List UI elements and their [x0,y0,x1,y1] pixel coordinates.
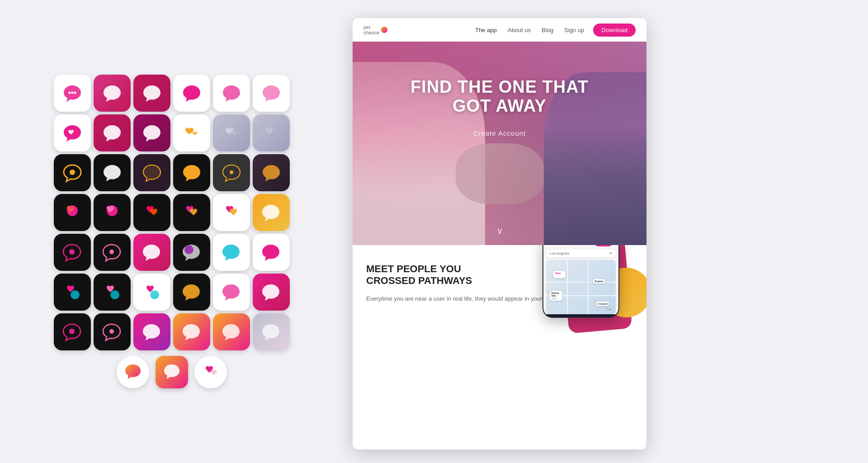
map-pin-rolling-hills: Rolling Hills states [550,291,562,301]
site-nav-links: The app About us Blog Sign up [475,27,584,33]
app-icon-grid [54,75,290,388]
phone-mockup: 2 days ago Yesterday Today Los Angeles ☀ [542,245,619,318]
phone-location-text: Los Angeles [550,251,570,255]
app-icon[interactable] [173,274,210,311]
svg-point-1 [71,92,74,94]
app-icon[interactable] [94,75,131,112]
app-icon[interactable] [94,274,131,311]
phone-location-bar: Los Angeles ☀ [546,250,616,257]
standalone-icon-3[interactable] [194,356,227,388]
app-icon[interactable] [213,313,250,350]
nav-link-blog[interactable]: Blog [542,27,553,33]
icon-grid-panel [0,0,344,463]
phone-location-icon: ☀ [609,251,612,255]
app-icon[interactable] [253,114,290,151]
app-icon[interactable] [253,234,290,271]
map-pin-sophie: Sophie [593,279,605,283]
app-icon[interactable] [213,194,250,231]
app-icon[interactable] [133,114,170,151]
svg-point-12 [150,290,159,299]
icon-row-4 [54,194,290,231]
phone-tab-2days[interactable]: 2 days ago [547,245,570,246]
logo-dot-icon [381,27,387,33]
site-below-fold: MEET PEOPLE YOU CROSSED PATHWAYS Everyti… [353,245,646,449]
app-icon[interactable] [213,114,250,151]
app-icon[interactable] [173,154,210,191]
map-road [567,260,568,314]
nav-link-about-us[interactable]: About us [508,27,531,33]
map-pin-compton: Compton [596,302,609,306]
app-icon[interactable] [173,194,210,231]
right-panel: per chance The app About us Blog Sign up… [344,0,868,463]
app-icon[interactable] [213,75,250,112]
site-navbar: per chance The app About us Blog Sign up… [353,18,646,42]
site-logo: per chance [363,24,387,35]
app-icon[interactable] [54,154,91,191]
hero-cta-text[interactable]: Create Account [366,129,633,137]
map-road [546,282,616,283]
scroll-down-icon[interactable]: ∨ [496,225,503,236]
icon-row-6 [54,274,290,311]
svg-point-11 [110,290,119,299]
svg-point-3 [70,170,75,175]
app-icon[interactable] [54,114,91,151]
svg-point-10 [71,290,80,299]
icon-row-2 [54,114,290,151]
app-icon[interactable] [94,194,131,231]
standalone-icon-2[interactable] [156,356,188,388]
hero-content: FIND THE ONE THAT GOT AWAY Create Accoun… [353,42,646,151]
app-icon[interactable] [54,313,91,350]
app-icon[interactable] [213,274,250,311]
app-icon[interactable] [253,194,290,231]
hero-title: FIND THE ONE THAT GOT AWAY [366,78,633,116]
app-icon[interactable] [54,194,91,231]
nav-link-the-app[interactable]: The app [475,27,497,33]
svg-point-0 [69,92,71,94]
app-icon[interactable] [54,234,91,271]
phone-tab-yesterday[interactable]: Yesterday [572,245,593,246]
map-pin-sara: Sara ... [553,271,566,278]
app-icon[interactable] [94,313,131,350]
app-icon[interactable] [133,194,170,231]
phone-tab-today[interactable]: Today [595,245,612,246]
app-icon[interactable] [54,75,91,112]
app-icon[interactable] [94,154,131,191]
phone-screen: 2 days ago Yesterday Today Los Angeles ☀ [543,245,618,314]
app-icon[interactable] [133,154,170,191]
svg-point-2 [74,92,76,94]
nav-link-sign-up[interactable]: Sign up [564,27,584,33]
app-icon[interactable] [213,154,250,191]
download-button[interactable]: Download [593,24,636,37]
website-mockup: per chance The app About us Blog Sign up… [353,18,646,449]
app-icon[interactable] [253,75,290,112]
app-icon[interactable] [94,234,131,271]
standalone-icons-row [117,356,227,388]
map-road [588,260,589,314]
app-icon[interactable] [253,274,290,311]
app-icon[interactable] [173,313,210,350]
app-icon[interactable] [133,234,170,271]
site-hero: FIND THE ONE THAT GOT AWAY Create Accoun… [353,42,646,245]
app-icon[interactable] [133,75,170,112]
svg-point-14 [109,329,114,334]
app-icon[interactable] [133,313,170,350]
icon-row-3 [54,154,290,191]
app-icon[interactable] [173,234,210,271]
svg-point-8 [109,250,114,254]
app-icon[interactable] [94,114,131,151]
svg-point-9 [184,245,193,254]
app-icon[interactable] [253,313,290,350]
standalone-icon-1[interactable] [117,356,149,388]
logo-text-chance: chance [363,30,379,35]
icon-row-7 [54,313,290,350]
app-icon[interactable] [253,154,290,191]
app-icon[interactable] [213,234,250,271]
app-icon[interactable] [173,114,210,151]
logo-text-per: per [363,24,379,30]
app-icon[interactable] [133,274,170,311]
map-label: Los [607,307,612,311]
app-icon[interactable] [54,274,91,311]
icon-row-5 [54,234,290,271]
phone-map: Sara ... Sophie Rolling Hills states [546,260,616,314]
app-icon[interactable] [173,75,210,112]
